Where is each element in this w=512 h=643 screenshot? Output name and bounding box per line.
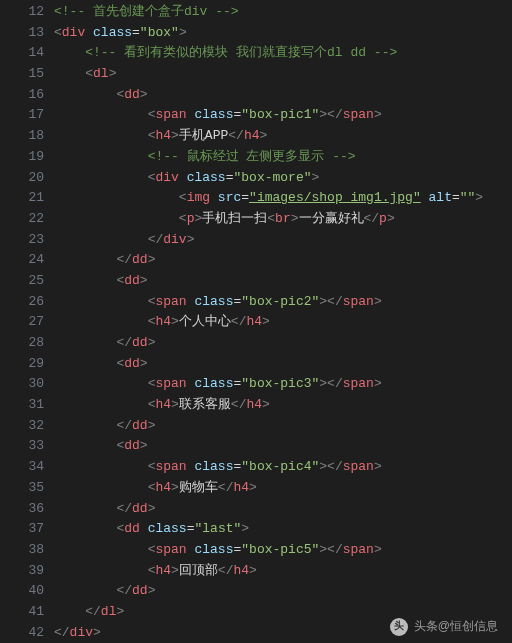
token-tg: </ <box>231 397 247 412</box>
token-tx <box>54 190 179 205</box>
token-tx <box>54 480 148 495</box>
code-line[interactable]: </dd> <box>54 581 512 602</box>
token-tx <box>54 583 116 598</box>
token-tg: < <box>267 211 275 226</box>
token-tg: > <box>148 418 156 433</box>
code-line[interactable]: <h4>购物车</h4> <box>54 478 512 499</box>
token-tx: 回顶部 <box>179 563 218 578</box>
code-line[interactable]: </div> <box>54 230 512 251</box>
line-number: 42 <box>0 623 44 643</box>
token-tg: </ <box>116 501 132 516</box>
token-tg: </ <box>116 583 132 598</box>
code-line[interactable]: <span class="box-pic4"></span> <box>54 457 512 478</box>
token-el: h4 <box>233 563 249 578</box>
token-eq: = <box>132 25 140 40</box>
code-line[interactable]: <span class="box-pic5"></span> <box>54 540 512 561</box>
line-number-gutter: 1213141516171819202122232425262728293031… <box>0 0 54 643</box>
token-tx <box>54 66 85 81</box>
line-number: 33 <box>0 436 44 457</box>
token-tx <box>179 170 187 185</box>
code-line[interactable]: <span class="box-pic2"></span> <box>54 292 512 313</box>
code-line[interactable]: <dl> <box>54 64 512 85</box>
code-line[interactable]: <dd class="last"> <box>54 519 512 540</box>
line-number: 37 <box>0 519 44 540</box>
token-tx <box>54 542 148 557</box>
token-tg: > <box>262 314 270 329</box>
token-at: class <box>194 459 233 474</box>
code-area[interactable]: <!-- 首先创建个盒子div --><div class="box"> <!-… <box>54 0 512 643</box>
code-line[interactable]: <dd> <box>54 85 512 106</box>
token-tg: ></ <box>319 294 342 309</box>
code-line[interactable]: <div class="box"> <box>54 23 512 44</box>
token-eq: = <box>452 190 460 205</box>
token-el: span <box>343 294 374 309</box>
code-line[interactable]: <dd> <box>54 436 512 457</box>
token-tx <box>54 604 85 619</box>
line-number: 17 <box>0 105 44 126</box>
token-tg: > <box>259 128 267 143</box>
token-el: span <box>155 294 186 309</box>
line-number: 27 <box>0 312 44 333</box>
code-line[interactable]: </dd> <box>54 499 512 520</box>
code-editor[interactable]: 1213141516171819202122232425262728293031… <box>0 0 512 643</box>
token-at: class <box>194 542 233 557</box>
code-line[interactable]: <span class="box-pic1"></span> <box>54 105 512 126</box>
code-line[interactable]: <span class="box-pic3"></span> <box>54 374 512 395</box>
token-tg: > <box>249 480 257 495</box>
token-tg: > <box>374 459 382 474</box>
code-line[interactable]: <h4>联系客服</h4> <box>54 395 512 416</box>
token-tx <box>54 128 148 143</box>
token-st: "box-pic5" <box>241 542 319 557</box>
code-line[interactable]: <dd> <box>54 354 512 375</box>
code-line[interactable]: <dd> <box>54 271 512 292</box>
code-line[interactable]: <h4>手机APP</h4> <box>54 126 512 147</box>
code-line[interactable]: <!-- 看到有类似的模块 我们就直接写个dl dd --> <box>54 43 512 64</box>
code-line[interactable]: <!-- 鼠标经过 左侧更多显示 --> <box>54 147 512 168</box>
token-el: span <box>343 459 374 474</box>
token-cm: <!-- 首先创建个盒子div --> <box>54 4 239 19</box>
code-line[interactable]: <h4>个人中心</h4> <box>54 312 512 333</box>
line-number: 34 <box>0 457 44 478</box>
token-tg: > <box>171 397 179 412</box>
token-tg: > <box>116 604 124 619</box>
token-tx <box>85 25 93 40</box>
line-number: 40 <box>0 581 44 602</box>
token-tx <box>54 335 116 350</box>
token-el: dd <box>132 335 148 350</box>
token-tg: > <box>171 128 179 143</box>
token-tx <box>54 356 116 371</box>
code-line[interactable]: <img src="images/shop_img1.jpg" alt=""> <box>54 188 512 209</box>
token-tg: </ <box>85 604 101 619</box>
token-tg: > <box>171 480 179 495</box>
token-tg: > <box>140 356 148 371</box>
token-tg: > <box>374 107 382 122</box>
code-line[interactable]: <!-- 首先创建个盒子div --> <box>54 2 512 23</box>
token-el: dd <box>132 252 148 267</box>
token-at: class <box>187 170 226 185</box>
token-el: dd <box>132 583 148 598</box>
token-el: br <box>275 211 291 226</box>
token-tg: < <box>179 190 187 205</box>
line-number: 26 <box>0 292 44 313</box>
code-line[interactable]: <h4>回顶部</h4> <box>54 561 512 582</box>
token-tx <box>54 438 116 453</box>
code-line[interactable]: <div class="box-more"> <box>54 168 512 189</box>
code-line[interactable]: </dd> <box>54 250 512 271</box>
code-line[interactable]: </dd> <box>54 333 512 354</box>
token-st: "box-pic3" <box>241 376 319 391</box>
token-tx <box>54 521 116 536</box>
token-tx <box>54 273 116 288</box>
code-line[interactable]: <p>手机扫一扫<br>一分赢好礼</p> <box>54 209 512 230</box>
token-tg: > <box>374 542 382 557</box>
token-tx <box>54 87 116 102</box>
token-el: h4 <box>155 397 171 412</box>
line-number: 24 <box>0 250 44 271</box>
token-el: div <box>163 232 186 247</box>
line-number: 22 <box>0 209 44 230</box>
token-tg: </ <box>364 211 380 226</box>
token-el: h4 <box>155 480 171 495</box>
token-el: p <box>379 211 387 226</box>
token-el: span <box>155 542 186 557</box>
code-line[interactable]: </dd> <box>54 416 512 437</box>
line-number: 28 <box>0 333 44 354</box>
